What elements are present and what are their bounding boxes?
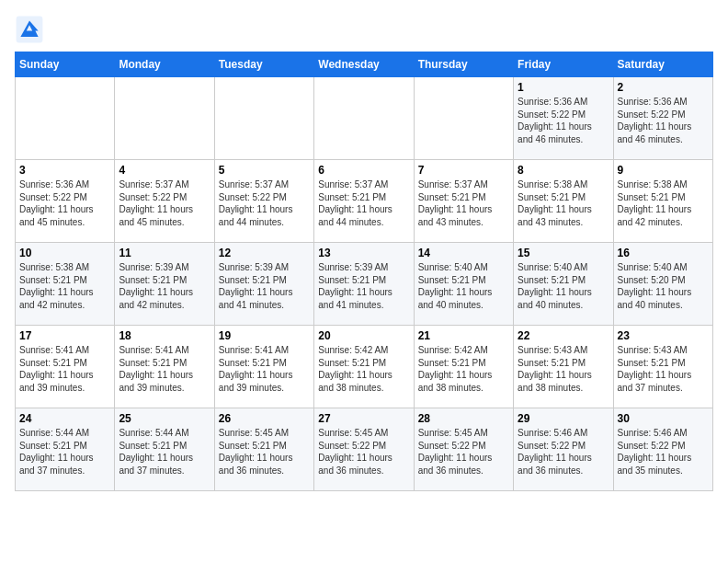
day-number: 2: [618, 81, 709, 94]
calendar-cell: 9Sunrise: 5:38 AM Sunset: 5:21 PM Daylig…: [613, 160, 712, 243]
calendar-cell: 7Sunrise: 5:37 AM Sunset: 5:21 PM Daylig…: [414, 160, 513, 243]
day-number: 1: [518, 81, 609, 94]
calendar-cell: 18Sunrise: 5:41 AM Sunset: 5:21 PM Dayli…: [115, 326, 214, 408]
day-info: Sunrise: 5:36 AM Sunset: 5:22 PM Dayligh…: [518, 96, 609, 145]
calendar-cell: 23Sunrise: 5:43 AM Sunset: 5:21 PM Dayli…: [613, 326, 712, 408]
calendar-cell: [314, 77, 414, 160]
day-number: 13: [318, 247, 409, 259]
week-row-3: 17Sunrise: 5:41 AM Sunset: 5:21 PM Dayli…: [16, 326, 713, 408]
calendar-cell: [16, 77, 115, 160]
day-number: 24: [19, 412, 110, 425]
logo: [15, 15, 48, 44]
week-row-1: 3Sunrise: 5:36 AM Sunset: 5:22 PM Daylig…: [16, 160, 713, 243]
week-row-2: 10Sunrise: 5:38 AM Sunset: 5:21 PM Dayli…: [16, 243, 713, 326]
calendar-cell: 30Sunrise: 5:46 AM Sunset: 5:22 PM Dayli…: [613, 408, 712, 491]
calendar-cell: 3Sunrise: 5:36 AM Sunset: 5:22 PM Daylig…: [16, 160, 115, 243]
header-day-friday: Friday: [514, 52, 613, 77]
day-info: Sunrise: 5:38 AM Sunset: 5:21 PM Dayligh…: [518, 178, 609, 228]
calendar-cell: 21Sunrise: 5:42 AM Sunset: 5:21 PM Dayli…: [414, 326, 513, 408]
calendar-header: SundayMondayTuesdayWednesdayThursdayFrid…: [16, 52, 713, 77]
calendar-cell: 1Sunrise: 5:36 AM Sunset: 5:22 PM Daylig…: [514, 77, 613, 160]
calendar-cell: 5Sunrise: 5:37 AM Sunset: 5:22 PM Daylig…: [214, 160, 313, 243]
week-row-4: 24Sunrise: 5:44 AM Sunset: 5:21 PM Dayli…: [16, 408, 713, 491]
day-number: 3: [19, 164, 110, 177]
day-number: 23: [618, 329, 709, 342]
calendar-table: SundayMondayTuesdayWednesdayThursdayFrid…: [15, 52, 713, 491]
calendar-cell: 14Sunrise: 5:40 AM Sunset: 5:21 PM Dayli…: [414, 243, 513, 326]
day-number: 15: [518, 247, 609, 259]
day-info: Sunrise: 5:42 AM Sunset: 5:21 PM Dayligh…: [418, 344, 509, 394]
calendar-cell: [214, 77, 313, 160]
calendar-cell: 22Sunrise: 5:43 AM Sunset: 5:21 PM Dayli…: [514, 326, 613, 408]
day-number: 10: [19, 247, 110, 259]
calendar-cell: 19Sunrise: 5:41 AM Sunset: 5:21 PM Dayli…: [214, 326, 313, 408]
calendar-cell: 4Sunrise: 5:37 AM Sunset: 5:22 PM Daylig…: [115, 160, 214, 243]
day-number: 12: [219, 247, 310, 259]
calendar-cell: 17Sunrise: 5:41 AM Sunset: 5:21 PM Dayli…: [16, 326, 115, 408]
day-info: Sunrise: 5:37 AM Sunset: 5:21 PM Dayligh…: [418, 178, 509, 228]
logo-icon: [15, 15, 44, 44]
header-day-wednesday: Wednesday: [314, 52, 414, 77]
calendar-cell: 20Sunrise: 5:42 AM Sunset: 5:21 PM Dayli…: [314, 326, 414, 408]
day-number: 30: [618, 412, 709, 425]
day-info: Sunrise: 5:44 AM Sunset: 5:21 PM Dayligh…: [19, 427, 110, 477]
header-day-sunday: Sunday: [16, 52, 115, 77]
calendar-cell: 6Sunrise: 5:37 AM Sunset: 5:21 PM Daylig…: [314, 160, 414, 243]
day-number: 6: [318, 164, 409, 177]
day-info: Sunrise: 5:36 AM Sunset: 5:22 PM Dayligh…: [19, 178, 110, 228]
day-number: 21: [418, 329, 509, 342]
calendar-cell: 10Sunrise: 5:38 AM Sunset: 5:21 PM Dayli…: [16, 243, 115, 326]
day-info: Sunrise: 5:39 AM Sunset: 5:21 PM Dayligh…: [318, 261, 409, 311]
day-info: Sunrise: 5:41 AM Sunset: 5:21 PM Dayligh…: [219, 344, 310, 394]
header-day-saturday: Saturday: [613, 52, 712, 77]
header-day-monday: Monday: [115, 52, 214, 77]
day-info: Sunrise: 5:41 AM Sunset: 5:21 PM Dayligh…: [19, 344, 110, 394]
day-info: Sunrise: 5:45 AM Sunset: 5:22 PM Dayligh…: [418, 427, 509, 477]
day-number: 22: [518, 329, 609, 342]
day-number: 28: [418, 412, 509, 425]
header: [15, 15, 713, 44]
calendar-cell: 15Sunrise: 5:40 AM Sunset: 5:21 PM Dayli…: [514, 243, 613, 326]
day-number: 11: [119, 247, 210, 259]
header-day-tuesday: Tuesday: [214, 52, 313, 77]
header-day-thursday: Thursday: [414, 52, 513, 77]
calendar-body: 1Sunrise: 5:36 AM Sunset: 5:22 PM Daylig…: [16, 77, 713, 491]
day-info: Sunrise: 5:45 AM Sunset: 5:21 PM Dayligh…: [219, 427, 310, 477]
day-info: Sunrise: 5:39 AM Sunset: 5:21 PM Dayligh…: [119, 261, 210, 311]
week-row-0: 1Sunrise: 5:36 AM Sunset: 5:22 PM Daylig…: [16, 77, 713, 160]
day-number: 4: [119, 164, 210, 177]
day-number: 9: [618, 164, 709, 177]
day-number: 29: [518, 412, 609, 425]
svg-rect-0: [17, 17, 43, 43]
day-info: Sunrise: 5:42 AM Sunset: 5:21 PM Dayligh…: [318, 344, 409, 394]
day-info: Sunrise: 5:40 AM Sunset: 5:21 PM Dayligh…: [518, 261, 609, 311]
day-number: 7: [418, 164, 509, 177]
day-number: 19: [219, 329, 310, 342]
day-info: Sunrise: 5:38 AM Sunset: 5:21 PM Dayligh…: [618, 178, 709, 228]
day-info: Sunrise: 5:39 AM Sunset: 5:21 PM Dayligh…: [219, 261, 310, 311]
day-number: 20: [318, 329, 409, 342]
day-number: 27: [318, 412, 409, 425]
day-info: Sunrise: 5:40 AM Sunset: 5:21 PM Dayligh…: [418, 261, 509, 311]
day-info: Sunrise: 5:38 AM Sunset: 5:21 PM Dayligh…: [19, 261, 110, 311]
day-info: Sunrise: 5:45 AM Sunset: 5:22 PM Dayligh…: [318, 427, 409, 477]
calendar-cell: 24Sunrise: 5:44 AM Sunset: 5:21 PM Dayli…: [16, 408, 115, 491]
day-info: Sunrise: 5:46 AM Sunset: 5:22 PM Dayligh…: [518, 427, 609, 477]
calendar-cell: 25Sunrise: 5:44 AM Sunset: 5:21 PM Dayli…: [115, 408, 214, 491]
header-row: SundayMondayTuesdayWednesdayThursdayFrid…: [16, 52, 713, 77]
day-number: 5: [219, 164, 310, 177]
calendar-cell: 27Sunrise: 5:45 AM Sunset: 5:22 PM Dayli…: [314, 408, 414, 491]
calendar-cell: 12Sunrise: 5:39 AM Sunset: 5:21 PM Dayli…: [214, 243, 313, 326]
day-info: Sunrise: 5:37 AM Sunset: 5:21 PM Dayligh…: [318, 178, 409, 228]
day-info: Sunrise: 5:46 AM Sunset: 5:22 PM Dayligh…: [618, 427, 709, 477]
calendar-cell: 13Sunrise: 5:39 AM Sunset: 5:21 PM Dayli…: [314, 243, 414, 326]
day-info: Sunrise: 5:44 AM Sunset: 5:21 PM Dayligh…: [119, 427, 210, 477]
calendar-cell: 8Sunrise: 5:38 AM Sunset: 5:21 PM Daylig…: [514, 160, 613, 243]
calendar-cell: [115, 77, 214, 160]
day-info: Sunrise: 5:36 AM Sunset: 5:22 PM Dayligh…: [618, 96, 709, 145]
day-number: 26: [219, 412, 310, 425]
calendar-cell: 29Sunrise: 5:46 AM Sunset: 5:22 PM Dayli…: [514, 408, 613, 491]
calendar-cell: 28Sunrise: 5:45 AM Sunset: 5:22 PM Dayli…: [414, 408, 513, 491]
day-number: 14: [418, 247, 509, 259]
day-number: 8: [518, 164, 609, 177]
